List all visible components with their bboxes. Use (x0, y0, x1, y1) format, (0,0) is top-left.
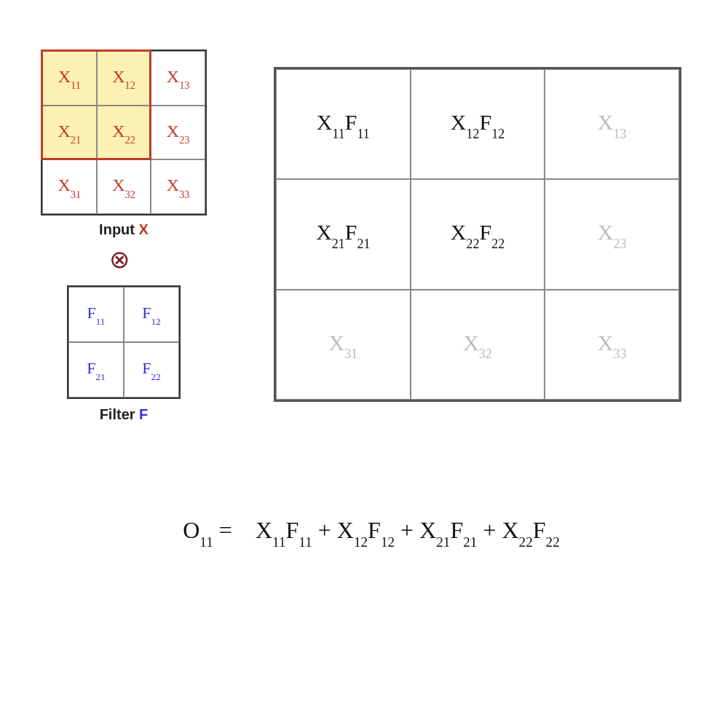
input-cell: X12 (97, 51, 151, 106)
product-cell: X22F22 (411, 179, 545, 289)
input-cell: X22 (97, 106, 151, 160)
product-cell: X11F11 (276, 69, 411, 179)
product-cell: X33 (545, 290, 679, 400)
filter-cell: F12 (124, 287, 179, 342)
filter-cell: F22 (124, 342, 179, 397)
input-cell: X11 (42, 51, 97, 106)
input-cell: X23 (151, 106, 205, 160)
output-equation: O11 = X11F11 + X12F12 + X21F21 + X22F22 (73, 517, 670, 547)
product-cell: X13 (545, 69, 679, 179)
input-label: Input X (41, 221, 207, 238)
filter-cell: F21 (68, 342, 124, 397)
input-cell: X21 (42, 106, 97, 160)
product-cell: X31 (276, 290, 411, 400)
product-cell: X23 (545, 179, 679, 289)
filter-label: Filter F (67, 406, 181, 423)
product-cell: X32 (411, 290, 545, 400)
input-cell: X13 (151, 51, 205, 106)
product-cell: X21F21 (276, 179, 411, 289)
input-cell: X31 (42, 159, 97, 214)
filter-cell: F11 (68, 287, 124, 342)
tensor-operator-icon: ⊗ (109, 245, 130, 274)
product-matrix: X11F11 X12F12 X13 X21F21 X22F22 X23 X31 … (274, 67, 681, 402)
input-matrix: X11 X12 X13 X21 X22 X23 X31 X32 X33 (41, 50, 207, 215)
product-cell: X12F12 (411, 69, 545, 179)
input-cell: X33 (151, 159, 205, 214)
filter-matrix: F11 F12 F21 F22 (67, 285, 181, 399)
input-cell: X32 (97, 159, 151, 214)
